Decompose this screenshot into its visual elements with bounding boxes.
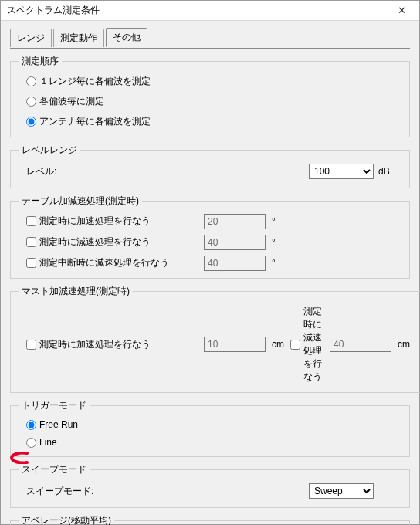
sweep-select[interactable]: Sweep [309,483,374,499]
table-accel-chk2-label: 測定時に減速処理を行なう [39,235,151,249]
mast-accel-unit1: cm [272,339,284,350]
group-order-legend: 測定順序 [19,55,62,68]
mast-accel-val1[interactable] [204,337,266,352]
table-accel-chk2[interactable]: 測定時に減速処理を行なう [26,235,196,249]
table-accel-unit2: ° [272,237,295,248]
group-average: アベレージ(移動平均) アベレージ回数 [10,514,410,525]
radio-order-1[interactable]: １レンジ毎に各偏波を測定 [26,75,401,88]
tab-underline [10,48,410,49]
radio-trigger-line-input[interactable] [26,438,36,448]
mast-accel-chk2-label: 測定時に減速処理を行なう [303,305,323,384]
radio-trigger-freerun[interactable]: Free Run [26,419,401,430]
level-unit: dB [378,166,401,177]
tab-range[interactable]: レンジ [10,29,52,47]
table-accel-unit1: ° [272,216,295,227]
radio-order-3-label: アンテナ毎に各偏波を測定 [39,115,151,128]
close-icon[interactable]: ✕ [388,2,415,19]
mast-accel-val2[interactable] [330,337,391,352]
level-label: レベル: [26,165,181,178]
radio-order-3[interactable]: アンテナ毎に各偏波を測定 [26,115,401,128]
group-level-legend: レベルレンジ [19,144,80,157]
radio-order-1-label: １レンジ毎に各偏波を測定 [39,75,151,88]
group-table-accel-legend: テーブル加減速処理(測定時) [19,195,142,208]
radio-trigger-line-label: Line [39,437,57,448]
dialog-window: スペクトラム測定条件 ✕ レンジ 測定動作 その他 測定順序 １レンジ毎に各偏波… [0,0,420,525]
mast-accel-chk1-label: 測定時に加速処理を行なう [39,338,151,351]
mast-accel-unit2: cm [398,339,420,350]
mast-accel-chk1-input[interactable] [26,340,36,350]
group-level: レベルレンジ レベル: 100 dB [10,144,410,188]
group-order: 測定順序 １レンジ毎に各偏波を測定 各偏波毎に測定 アンテナ毎に各偏波を測定 [10,55,410,137]
client-area: レンジ 測定動作 その他 測定順序 １レンジ毎に各偏波を測定 各偏波毎に測定 ア… [1,21,419,525]
group-mast-accel-legend: マスト加減速処理(測定時) [19,285,133,298]
radio-trigger-line[interactable]: Line [26,437,401,448]
table-accel-chk1[interactable]: 測定時に加速処理を行なう [26,215,196,228]
radio-order-2[interactable]: 各偏波毎に測定 [26,95,401,108]
table-accel-chk3-input[interactable] [26,258,36,268]
group-sweep-legend: スイープモード [19,463,90,476]
tab-strip: レンジ 測定動作 その他 [10,27,410,46]
window-title: スペクトラム測定条件 [7,4,100,17]
radio-trigger-freerun-input[interactable] [26,420,36,430]
table-accel-chk3-label: 測定中断時に減速処理を行なう [39,256,169,269]
table-accel-val1[interactable] [204,214,266,229]
group-sweep: スイープモード スイープモード: Sweep [10,463,410,508]
mast-accel-chk1[interactable]: 測定時に加速処理を行なう [26,338,196,351]
sweep-label: スイープモード: [26,485,181,498]
table-accel-val2[interactable] [204,235,266,250]
level-select[interactable]: 100 [309,164,374,179]
mast-accel-chk2[interactable]: 測定時に減速処理を行なう [290,305,323,384]
tab-other[interactable]: その他 [106,28,147,47]
titlebar: スペクトラム測定条件 ✕ [1,1,419,21]
radio-order-3-input[interactable] [26,117,36,127]
radio-order-2-label: 各偏波毎に測定 [39,95,104,108]
tab-action[interactable]: 測定動作 [53,29,104,47]
mast-accel-chk2-input[interactable] [290,340,300,350]
table-accel-unit3: ° [272,258,295,269]
group-trigger-legend: トリガーモード [19,399,90,412]
group-mast-accel: マスト加減速処理(測定時) 測定時に加速処理を行なう cm 測定時に減速処理を行… [10,285,420,393]
radio-order-1-input[interactable] [26,76,36,86]
table-accel-chk3[interactable]: 測定中断時に減速処理を行なう [26,256,196,269]
table-accel-val3[interactable] [204,256,266,271]
radio-order-2-input[interactable] [26,97,36,107]
table-accel-chk1-input[interactable] [26,216,36,226]
table-accel-chk1-label: 測定時に加速処理を行なう [39,215,151,228]
group-average-legend: アベレージ(移動平均) [19,514,114,525]
group-table-accel: テーブル加減速処理(測定時) 測定時に加速処理を行なう ° 測定時に減速処理を行… [10,195,410,279]
group-trigger: トリガーモード Free Run Line [10,399,410,457]
table-accel-chk2-input[interactable] [26,237,36,247]
radio-trigger-freerun-label: Free Run [39,419,78,430]
